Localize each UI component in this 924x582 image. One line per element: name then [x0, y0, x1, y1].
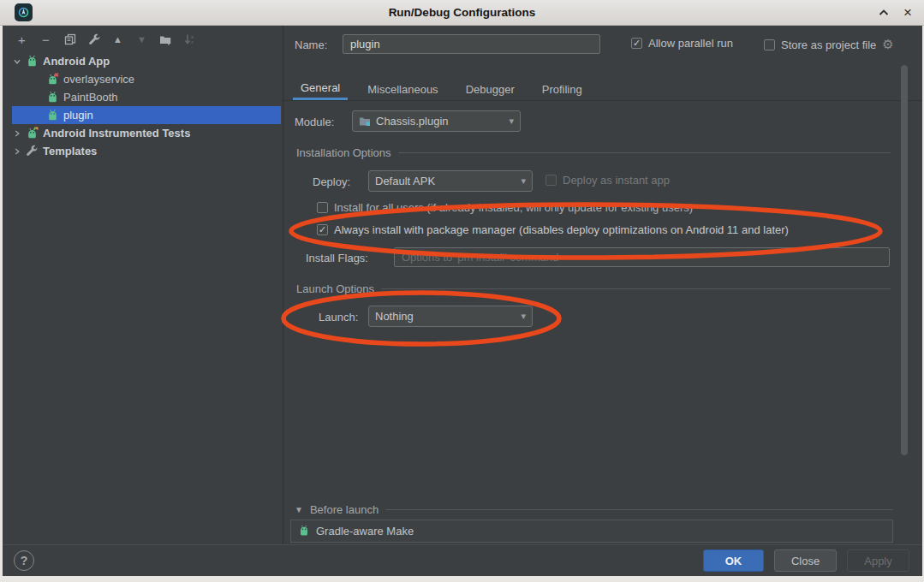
before-launch-task-gradle-aware-make[interactable]: Gradle-aware Make: [290, 520, 893, 543]
tree-item-android-app[interactable]: Android App: [12, 52, 281, 70]
config-tabs: General Miscellaneous Debugger Profiling: [293, 78, 602, 101]
deploy-dropdown[interactable]: Default APK ▾: [368, 170, 533, 192]
tree-item-label: plugin: [63, 109, 93, 122]
gear-icon[interactable]: ⚙: [882, 37, 893, 52]
tab-general[interactable]: General: [293, 78, 348, 100]
android-error-icon: [46, 73, 59, 86]
desktop-edge-bottom: [0, 576, 924, 582]
deploy-as-instant-app-label: Deploy as instant app: [563, 174, 670, 187]
ok-button[interactable]: OK: [703, 549, 764, 572]
store-as-project-file-checkbox[interactable]: ✓ Store as project file ⚙: [764, 37, 894, 52]
panel-divider: [283, 26, 283, 544]
close-window-button[interactable]: ×: [898, 5, 917, 21]
deploy-label: Deploy:: [313, 175, 350, 188]
module-value: Chassis.plugin: [376, 115, 449, 128]
android-studio-icon: [15, 3, 33, 21]
section-title: Before launch: [310, 503, 379, 516]
chevron-right-icon[interactable]: [12, 130, 21, 137]
install-flags-input[interactable]: Options to 'pm install' command: [394, 247, 890, 267]
tree-item-label: overlayservice: [63, 73, 134, 86]
chevron-down-icon: ▾: [509, 116, 514, 127]
android-icon: [26, 55, 39, 68]
launch-options-section: Launch Options: [296, 282, 891, 295]
section-title: Launch Options: [296, 282, 374, 295]
launch-value: Nothing: [375, 310, 414, 323]
triangle-down-icon[interactable]: ▼: [295, 505, 303, 514]
android-icon: [46, 109, 59, 122]
section-line: [398, 152, 891, 153]
wrench-icon: [26, 145, 39, 157]
always-install-with-package-manager-checkbox[interactable]: ✓ Always install with package manager (d…: [317, 223, 789, 236]
launch-dropdown[interactable]: Nothing ▾: [368, 306, 533, 327]
tabs-divider: [283, 100, 924, 101]
help-icon: ?: [21, 554, 28, 567]
apply-button-disabled: Apply: [847, 549, 909, 572]
tab-miscellaneous[interactable]: Miscellaneous: [360, 78, 445, 100]
checkbox-unchecked[interactable]: ✓: [764, 39, 775, 50]
titlebar: Run/Debug Configurations: [0, 0, 924, 26]
name-input[interactable]: plugin: [343, 34, 600, 54]
android-icon: [46, 91, 59, 104]
tree-item-paintbooth[interactable]: PaintBooth: [12, 88, 281, 106]
checkbox-checked[interactable]: ✓: [317, 224, 328, 235]
deploy-as-instant-app-checkbox[interactable]: ✓ Deploy as instant app: [545, 174, 670, 187]
chevron-down-icon[interactable]: [12, 59, 21, 64]
collapse-window-button[interactable]: [874, 5, 893, 21]
checkbox-checked[interactable]: ✓: [631, 38, 642, 49]
tree-item-android-instrumented-tests[interactable]: Android Instrumented Tests: [12, 124, 281, 142]
install-flags-label: Install Flags:: [306, 252, 368, 264]
name-value: plugin: [350, 38, 380, 50]
chevron-right-icon[interactable]: [12, 148, 21, 155]
tree-item-label: Android Instrumented Tests: [43, 127, 190, 140]
tab-debugger[interactable]: Debugger: [458, 78, 522, 100]
install-flags-placeholder: Options to 'pm install' command: [402, 251, 558, 264]
tree-item-overlayservice[interactable]: overlayservice: [12, 70, 281, 88]
section-line: [385, 509, 893, 510]
close-icon: ×: [903, 7, 912, 19]
allow-parallel-run-label: Allow parallel run: [648, 37, 733, 50]
deploy-value: Default APK: [375, 175, 435, 187]
configurations-tree: Android App overlayservice PaintBooth pl…: [0, 26, 283, 544]
section-line: [381, 288, 891, 289]
install-for-all-users-label: Install for all users (if already instal…: [334, 201, 693, 214]
android-test-icon: [26, 127, 39, 140]
tab-profiling[interactable]: Profiling: [534, 78, 590, 100]
chevron-down-icon: ▾: [521, 175, 526, 187]
desktop-edge-left: [0, 26, 3, 576]
install-for-all-users-checkbox[interactable]: ✓ Install for all users (if already inst…: [317, 201, 693, 214]
tree-item-plugin-selected[interactable]: plugin: [12, 106, 281, 124]
bottom-bar: ? OK Close Apply: [3, 544, 922, 576]
before-launch-section: ▼ Before launch: [295, 503, 893, 516]
always-install-label: Always install with package manager (dis…: [334, 223, 789, 236]
launch-label: Launch:: [319, 311, 358, 324]
tree-item-label: Android App: [43, 55, 110, 68]
allow-parallel-run-checkbox[interactable]: ✓ Allow parallel run: [631, 37, 733, 50]
module-label: Module:: [295, 116, 334, 128]
installation-options-section: Installation Options: [296, 146, 891, 159]
module-dropdown[interactable]: Chassis.plugin ▾: [352, 110, 521, 132]
store-as-project-file-label: Store as project file: [781, 39, 876, 51]
close-button[interactable]: Close: [774, 549, 837, 572]
dialog-title: Run/Debug Configurations: [389, 6, 536, 19]
check-icon: ✓: [633, 39, 641, 48]
name-label: Name:: [295, 39, 327, 51]
section-title: Installation Options: [296, 146, 391, 159]
tree-item-templates[interactable]: Templates: [12, 142, 281, 160]
check-icon: ✓: [319, 225, 326, 235]
checkbox-unchecked[interactable]: ✓: [317, 202, 328, 213]
task-label: Gradle-aware Make: [316, 525, 414, 537]
checkbox-unchecked[interactable]: ✓: [545, 175, 557, 186]
run-debug-configurations-dialog: Run/Debug Configurations × + − ▲ ▼ az: [0, 0, 924, 582]
help-button[interactable]: ?: [14, 550, 34, 571]
vertical-scrollbar[interactable]: [901, 65, 908, 455]
tree-item-label: PaintBooth: [63, 91, 118, 104]
module-folder-icon: [359, 116, 371, 127]
android-icon: [298, 525, 311, 537]
tree-item-label: Templates: [43, 145, 97, 157]
chevron-down-icon: ▾: [521, 311, 526, 322]
